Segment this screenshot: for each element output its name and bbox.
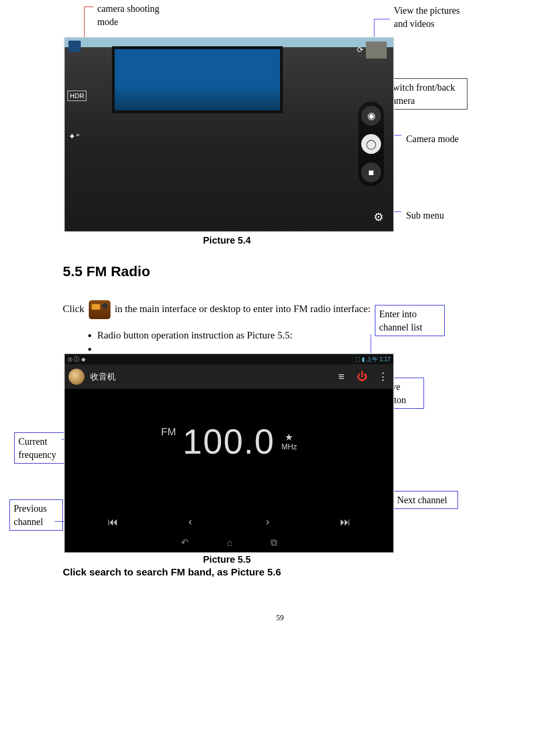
- power-button[interactable]: ⏻: [356, 371, 369, 383]
- callout-camera-shooting-mode: camera shooting mode: [93, 0, 177, 30]
- status-right: ⬚ ▮ 上午 1:17: [355, 355, 390, 363]
- save-star-button[interactable]: ★: [285, 431, 293, 443]
- fm-radio-app-icon[interactable]: [89, 300, 110, 319]
- photo-mode-button[interactable]: ◯: [361, 134, 381, 154]
- callout-view-pictures-videos: View the pictures and videos: [390, 2, 464, 32]
- callout-next-channel: Next channel: [393, 491, 458, 509]
- nav-bar: ↶ ⌂ ⧉: [65, 532, 393, 552]
- intro-text-post: in the main interface or desktop to ente…: [115, 303, 371, 314]
- callout-previous-channel: Previous channel: [9, 499, 63, 531]
- frequency-display: FM 100.0 ★ MHz: [65, 406, 393, 477]
- callout-camera-mode: Camera mode: [402, 130, 463, 147]
- video-mode-button[interactable]: ■: [361, 162, 381, 182]
- page-number: 59: [0, 614, 560, 622]
- callout-sub-menu: Sub menu: [402, 207, 448, 224]
- status-bar: ◎ ⓘ ◆ ⬚ ▮ 上午 1:17: [65, 354, 393, 364]
- channel-list-button[interactable]: ≡: [335, 371, 348, 383]
- channel-controls: ⏮ ‹ › ⏭: [65, 515, 393, 530]
- status-left-icons: ◎ ⓘ ◆: [68, 355, 85, 363]
- frequency-value: 100.0: [183, 422, 275, 462]
- camera-shooting-mode-button[interactable]: [68, 41, 81, 52]
- next-channel-button[interactable]: ⏭: [306, 516, 384, 528]
- seek-forward-button[interactable]: ›: [229, 516, 306, 528]
- mhz-label: MHz: [281, 443, 297, 451]
- heading-5-5-fm-radio: 5.5 FM Radio: [63, 263, 150, 279]
- bullet-operation-instruction: Radio button operation instruction as Pi…: [97, 330, 373, 341]
- text-click-search: Click search to search FM band, as Pictu…: [63, 566, 281, 578]
- hdr-button[interactable]: HDR: [68, 91, 86, 101]
- submenu-gear-icon[interactable]: ⚙: [373, 211, 384, 224]
- photo-subject-monitor: [112, 46, 283, 113]
- intro-text-pre: Click: [63, 303, 85, 314]
- callout-enter-channel-list: Enter into channel list: [375, 305, 445, 336]
- fm-radio-screenshot: ◎ ⓘ ◆ ⬚ ▮ 上午 1:17 收音机 ≡ ⏻ ⋮ FM 100.0 ★ M…: [64, 353, 394, 553]
- shutter-button[interactable]: ◉: [361, 106, 381, 126]
- callout-current-frequency: Current frequency: [14, 432, 70, 464]
- gallery-thumbnail[interactable]: [366, 42, 387, 59]
- camera-screenshot: HDR ✦⁺ ⟳ ◉ ◯ ■ ⚙: [64, 37, 394, 232]
- nav-back-button[interactable]: ↶: [181, 537, 189, 548]
- nav-recent-button[interactable]: ⧉: [271, 537, 277, 548]
- overflow-menu-button[interactable]: ⋮: [376, 371, 390, 383]
- switch-camera-icon[interactable]: ⟳: [357, 45, 363, 54]
- caption-picture-5-4: Picture 5.4: [203, 235, 251, 246]
- seek-back-button[interactable]: ‹: [152, 516, 229, 528]
- app-bar: 收音机 ≡ ⏻ ⋮: [65, 364, 393, 389]
- callout-switch-camera: Switch front/back camera: [383, 78, 467, 110]
- previous-channel-button[interactable]: ⏮: [74, 516, 152, 528]
- caption-picture-5-5: Picture 5.5: [203, 554, 251, 565]
- app-title: 收音机: [90, 371, 116, 382]
- fm-label: FM: [161, 426, 176, 438]
- radio-app-icon: [68, 369, 85, 385]
- effects-button[interactable]: ✦⁺: [68, 131, 80, 142]
- nav-home-button[interactable]: ⌂: [227, 537, 232, 548]
- camera-mode-selector: ◉ ◯ ■: [358, 101, 384, 186]
